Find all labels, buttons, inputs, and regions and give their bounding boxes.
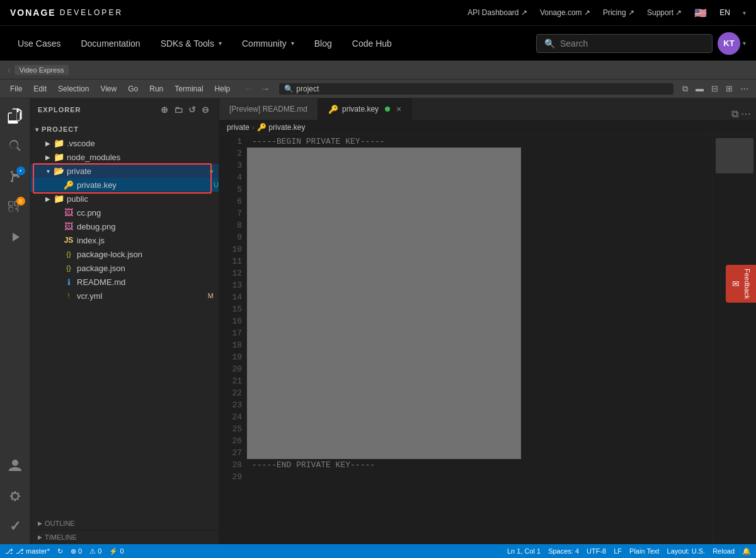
pricing-link[interactable]: Pricing ↗ — [603, 8, 634, 17]
editor-breadcrumb: private › 🔑 private.key — [219, 120, 756, 134]
vonage-link[interactable]: Vonage.com ↗ — [540, 8, 590, 17]
explorer-icon[interactable] — [3, 103, 28, 129]
packagejson-icon: {} — [63, 262, 74, 274]
nav-use-cases[interactable]: Use Cases — [10, 33, 68, 54]
nav-code-hub[interactable]: Code Hub — [345, 33, 399, 54]
search-magnifier-icon: 🔍 — [284, 84, 294, 93]
errors-status[interactable]: ⊗ 0 — [71, 547, 82, 555]
nav-forward-icon[interactable]: → — [258, 83, 273, 95]
avatar-button[interactable]: KT — [718, 32, 740, 55]
packagelock-spacer — [53, 249, 63, 259]
sidebar-item-vscode[interactable]: ▶ 📁 .vscode — [30, 136, 219, 150]
nav-back-icon[interactable]: ← — [241, 83, 256, 95]
debugpng-icon: 🖼 — [63, 221, 74, 232]
vonage-v-icon[interactable]: ✓ — [3, 514, 28, 539]
sidebar-item-cc-png[interactable]: 🖼 cc.png — [30, 206, 219, 219]
menu-selection[interactable]: Selection — [53, 82, 94, 96]
notification-bell[interactable]: 🔔 — [742, 547, 751, 555]
menu-terminal[interactable]: Terminal — [169, 82, 208, 96]
git-branch-status[interactable]: ⎇ ⎇ master* — [5, 547, 50, 555]
vscode-collapse-icon: ▶ — [43, 138, 53, 148]
split-editor-icon[interactable]: ⧉ — [680, 83, 690, 95]
search-input[interactable] — [560, 38, 699, 49]
menu-edit[interactable]: Edit — [28, 82, 52, 96]
project-root[interactable]: ▾ PROJECT — [30, 122, 219, 136]
new-folder-icon[interactable]: 🗀 — [173, 103, 185, 116]
vonage-logo[interactable]: VONAGE DEVELOPER — [10, 8, 123, 18]
more-actions-icon[interactable]: ⋯ — [741, 108, 751, 120]
encoding-status[interactable]: UTF-8 — [587, 547, 606, 555]
sidebar-item-node-modules[interactable]: ▶ 📁 node_modules — [30, 150, 219, 164]
search-bar[interactable]: 🔍 — [536, 34, 713, 53]
split-view-icon[interactable]: ⧉ — [731, 108, 738, 120]
sidebar-item-package-json[interactable]: {} package.json — [30, 261, 219, 275]
code-editor[interactable]: -----BEGIN PRIVATE KEY----- — [247, 134, 712, 544]
tab-private-key[interactable]: 🔑 private.key × — [318, 98, 412, 120]
menu-go[interactable]: Go — [123, 82, 143, 96]
breadcrumb-collapse-icon[interactable]: ‹ — [8, 65, 11, 75]
support-link[interactable]: Support ↗ — [647, 8, 682, 17]
language-mode-status[interactable]: Plain Text — [629, 547, 660, 555]
tab-readme-preview[interactable]: [Preview] README.md — [219, 98, 318, 120]
toggle-panel-icon[interactable]: ⊟ — [709, 83, 721, 95]
indexjs-spacer — [53, 235, 63, 245]
remote-status[interactable]: ⚡ 0 — [109, 547, 123, 555]
search-path-text: project — [296, 84, 319, 93]
refresh-explorer-icon[interactable]: ↺ — [187, 103, 198, 116]
menu-file[interactable]: File — [5, 82, 27, 96]
ln-col-status[interactable]: Ln 1, Col 1 — [507, 547, 541, 555]
activity-bottom: ✓ — [3, 453, 28, 539]
search-path-input[interactable]: 🔍 project — [279, 83, 673, 95]
logo-dev: DEVELOPER — [60, 8, 123, 17]
extensions-activity-icon[interactable]: 8 — [3, 194, 28, 219]
sidebar-item-private[interactable]: ▾ 📂 private ● — [30, 164, 219, 178]
video-express-tag[interactable]: Video Express — [14, 65, 69, 75]
git-badge: • — [16, 166, 25, 175]
sidebar-item-vcr-yml[interactable]: ! vcr.yml M — [30, 289, 219, 303]
privatekey-icon: 🔑 — [63, 179, 74, 190]
timeline-section[interactable]: ▶ TIMELINE — [30, 530, 219, 544]
run-debug-icon[interactable] — [3, 224, 28, 250]
menu-help[interactable]: Help — [210, 82, 236, 96]
sidebar-item-index-js[interactable]: JS index.js — [30, 233, 219, 247]
sidebar-item-readme[interactable]: ℹ README.md — [30, 275, 219, 289]
sync-status[interactable]: ↻ — [57, 547, 63, 555]
lang-label[interactable]: EN — [719, 8, 730, 17]
privatekey-tab-close[interactable]: × — [396, 104, 401, 114]
breadcrumb-private[interactable]: private — [227, 123, 249, 132]
new-file-icon[interactable]: ⊕ — [159, 103, 170, 116]
breadcrumb-privatekey[interactable]: 🔑 private.key — [257, 123, 305, 132]
collapse-all-icon[interactable]: ⊖ — [200, 103, 211, 116]
warnings-status[interactable]: ⚠ 0 — [89, 547, 101, 555]
menu-run[interactable]: Run — [144, 82, 168, 96]
nav-sdks-tools[interactable]: SDKs & Tools ▾ — [153, 33, 229, 54]
sidebar-item-debug-png[interactable]: 🖼 debug.png — [30, 219, 219, 233]
menu-view[interactable]: View — [95, 82, 122, 96]
search-activity-icon[interactable] — [3, 134, 28, 159]
git-activity-icon[interactable]: • — [3, 164, 28, 189]
layout-status[interactable]: Layout: U.S. — [667, 547, 706, 555]
nav-links: Use Cases Documentation SDKs & Tools ▾ C… — [10, 33, 536, 54]
line-ending-status[interactable]: LF — [614, 547, 622, 555]
sidebar-item-public[interactable]: ▶ 📁 public — [30, 192, 219, 206]
nav-community[interactable]: Community ▾ — [234, 33, 302, 54]
api-dashboard-link[interactable]: API Dashboard ↗ — [467, 8, 527, 17]
spaces-status[interactable]: Spaces: 4 — [548, 547, 579, 555]
branch-name: ⎇ master* — [16, 547, 50, 555]
toggle-sidebar-icon[interactable]: ▬ — [693, 83, 706, 95]
sidebar-item-private-key[interactable]: 🔑 private.key U — [30, 178, 219, 192]
reload-status[interactable]: Reload — [713, 547, 735, 555]
status-bar: ⎇ ⎇ master* ↻ ⊗ 0 ⚠ 0 ⚡ 0 Ln 1, Col 1 Sp… — [0, 544, 756, 558]
nav-documentation[interactable]: Documentation — [73, 33, 147, 54]
settings-icon[interactable] — [3, 484, 28, 509]
toggle-layout-icon[interactable]: ⊞ — [723, 83, 735, 95]
outline-section[interactable]: ▶ OUTLINE — [30, 516, 219, 530]
editor-content[interactable]: 12345 678910 1112131415 1617181920 21222… — [219, 134, 756, 544]
customize-layout-icon[interactable]: ⋯ — [738, 83, 751, 95]
nav-blog[interactable]: Blog — [307, 33, 340, 54]
sidebar-item-package-lock[interactable]: {} package-lock.json — [30, 247, 219, 261]
line-ending-text: LF — [614, 547, 622, 555]
feedback-button[interactable]: Feedback ✉ — [726, 265, 756, 303]
account-icon[interactable] — [3, 453, 28, 479]
chevron-community-icon: ▾ — [291, 40, 294, 47]
